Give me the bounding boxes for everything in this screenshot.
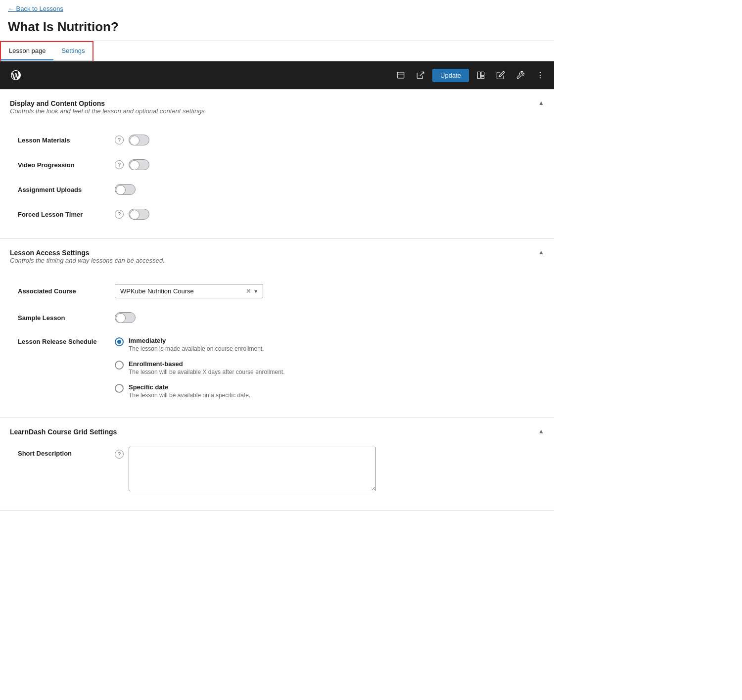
associated-course-row: Associated Course WPKube Nutrition Cours… (10, 277, 544, 305)
svg-point-6 (540, 75, 541, 76)
editor-toolbar: Update (0, 61, 554, 90)
grid-settings-section: LearnDash Course Grid Settings ▲ Short D… (0, 418, 554, 511)
short-description-row: Short Description ? (10, 440, 544, 498)
forced-lesson-timer-row: Forced Lesson Timer ? (10, 202, 544, 227)
svg-rect-0 (397, 72, 404, 78)
radio-specific-date[interactable]: Specific date The lesson will be availab… (115, 383, 285, 399)
short-description-help-icon[interactable]: ? (115, 450, 124, 459)
assignment-uploads-row: Assignment Uploads (10, 177, 544, 202)
back-to-lessons-link[interactable]: ← Back to Lessons (0, 0, 71, 17)
svg-point-7 (540, 77, 541, 78)
lesson-materials-row: Lesson Materials ? (10, 128, 544, 152)
radio-immediately-label: Immediately (129, 337, 264, 344)
radio-immediately-circle[interactable] (115, 337, 124, 346)
lesson-materials-help-icon[interactable]: ? (115, 136, 124, 144)
assignment-uploads-label: Assignment Uploads (18, 186, 107, 193)
associated-course-select[interactable]: WPKube Nutrition Course ✕ ▾ (115, 284, 263, 298)
display-section-subtitle: Controls the look and feel of the lesson… (10, 107, 205, 115)
forced-lesson-timer-help-icon[interactable]: ? (115, 210, 124, 219)
access-section-title: Lesson Access Settings (10, 249, 165, 257)
radio-enrollment-desc: The lesson will be available X days afte… (129, 369, 285, 375)
video-progression-toggle[interactable] (129, 159, 149, 170)
layout-icon[interactable] (473, 67, 489, 83)
lesson-materials-label: Lesson Materials (18, 137, 107, 144)
release-schedule-row: Lesson Release Schedule Immediately The … (10, 330, 544, 406)
grid-section-title: LearnDash Course Grid Settings (10, 428, 117, 436)
sample-lesson-toggle[interactable] (115, 312, 136, 323)
video-progression-help-icon[interactable]: ? (115, 160, 124, 169)
svg-line-1 (420, 72, 424, 76)
svg-point-5 (540, 72, 541, 73)
edit-icon[interactable] (493, 67, 509, 83)
radio-specific-date-label: Specific date (129, 383, 250, 391)
short-description-textarea[interactable] (129, 447, 376, 491)
video-progression-label: Video Progression (18, 161, 107, 169)
more-icon[interactable] (532, 67, 548, 83)
radio-enrollment-label: Enrollment-based (129, 360, 285, 368)
external-link-icon[interactable] (413, 67, 428, 83)
svg-rect-3 (481, 72, 484, 76)
radio-immediately[interactable]: Immediately The lesson is made available… (115, 337, 285, 352)
radio-specific-date-circle[interactable] (115, 384, 124, 393)
tab-settings[interactable]: Settings (53, 42, 93, 60)
display-section-collapse[interactable]: ▲ (538, 99, 544, 106)
update-button[interactable]: Update (432, 69, 469, 82)
short-description-label: Short Description (18, 447, 107, 457)
page-title: What Is Nutrition? (0, 17, 554, 41)
access-section-collapse[interactable]: ▲ (538, 249, 544, 256)
access-settings-section: Lesson Access Settings Controls the timi… (0, 239, 554, 418)
associated-course-value: WPKube Nutrition Course (120, 287, 194, 295)
grid-section-collapse[interactable]: ▲ (538, 428, 544, 435)
radio-specific-date-desc: The lesson will be available on a specif… (129, 392, 250, 399)
view-icon[interactable] (393, 67, 409, 83)
select-chevron-icon[interactable]: ▾ (254, 287, 258, 295)
video-progression-row: Video Progression ? (10, 152, 544, 177)
associated-course-label: Associated Course (18, 287, 107, 295)
svg-rect-4 (481, 76, 484, 79)
select-clear-icon[interactable]: ✕ (246, 287, 251, 295)
sample-lesson-label: Sample Lesson (18, 314, 107, 322)
radio-enrollment-based[interactable]: Enrollment-based The lesson will be avai… (115, 360, 285, 375)
wp-logo (6, 65, 26, 85)
tools-icon[interactable] (512, 67, 528, 83)
access-section-subtitle: Controls the timing and way lessons can … (10, 257, 165, 264)
svg-rect-2 (477, 72, 480, 79)
display-content-section: Display and Content Options Controls the… (0, 90, 554, 239)
assignment-uploads-toggle[interactable] (115, 184, 136, 195)
display-section-title: Display and Content Options (10, 99, 205, 107)
release-schedule-options: Immediately The lesson is made available… (115, 337, 285, 399)
forced-lesson-timer-label: Forced Lesson Timer (18, 211, 107, 218)
forced-lesson-timer-toggle[interactable] (129, 209, 149, 220)
release-schedule-label: Lesson Release Schedule (18, 337, 107, 345)
back-to-lessons-label: ← Back to Lessons (8, 5, 63, 12)
lesson-materials-toggle[interactable] (129, 135, 149, 145)
sample-lesson-row: Sample Lesson (10, 305, 544, 330)
radio-enrollment-circle[interactable] (115, 361, 124, 370)
radio-immediately-desc: The lesson is made available on course e… (129, 345, 264, 352)
tab-lesson-page[interactable]: Lesson page (1, 42, 53, 60)
